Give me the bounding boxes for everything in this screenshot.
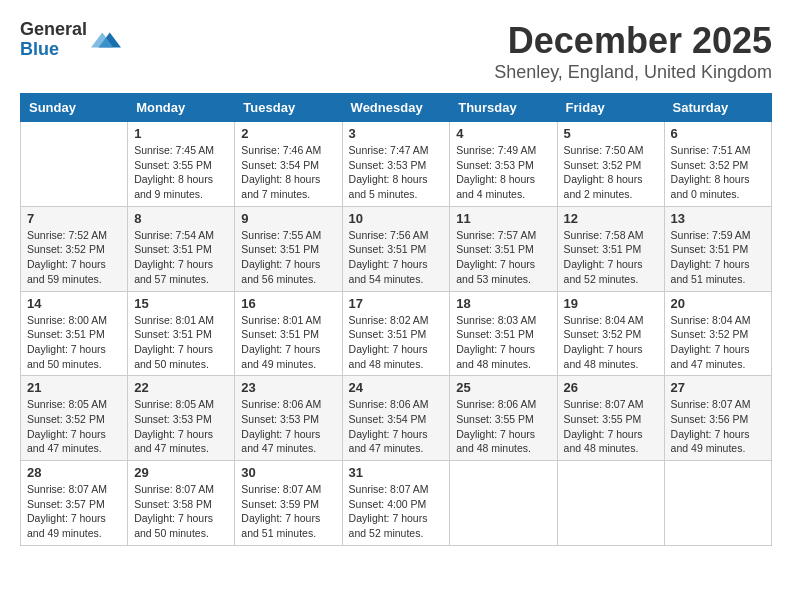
day-info: Sunrise: 7:57 AM Sunset: 3:51 PM Dayligh… (456, 228, 550, 287)
day-info: Sunrise: 8:03 AM Sunset: 3:51 PM Dayligh… (456, 313, 550, 372)
calendar-cell: 30Sunrise: 8:07 AM Sunset: 3:59 PM Dayli… (235, 461, 342, 546)
day-info: Sunrise: 8:06 AM Sunset: 3:55 PM Dayligh… (456, 397, 550, 456)
calendar-cell: 3Sunrise: 7:47 AM Sunset: 3:53 PM Daylig… (342, 122, 450, 207)
day-number: 14 (27, 296, 121, 311)
calendar-cell: 24Sunrise: 8:06 AM Sunset: 3:54 PM Dayli… (342, 376, 450, 461)
day-number: 18 (456, 296, 550, 311)
column-header-wednesday: Wednesday (342, 94, 450, 122)
page-header: General Blue December 2025 Shenley, Engl… (20, 20, 772, 83)
calendar-week-row: 14Sunrise: 8:00 AM Sunset: 3:51 PM Dayli… (21, 291, 772, 376)
column-header-thursday: Thursday (450, 94, 557, 122)
title-section: December 2025 Shenley, England, United K… (494, 20, 772, 83)
calendar-cell: 1Sunrise: 7:45 AM Sunset: 3:55 PM Daylig… (128, 122, 235, 207)
day-info: Sunrise: 7:46 AM Sunset: 3:54 PM Dayligh… (241, 143, 335, 202)
day-info: Sunrise: 8:07 AM Sunset: 3:58 PM Dayligh… (134, 482, 228, 541)
day-info: Sunrise: 8:07 AM Sunset: 3:59 PM Dayligh… (241, 482, 335, 541)
calendar-week-row: 21Sunrise: 8:05 AM Sunset: 3:52 PM Dayli… (21, 376, 772, 461)
day-number: 10 (349, 211, 444, 226)
day-info: Sunrise: 8:06 AM Sunset: 3:54 PM Dayligh… (349, 397, 444, 456)
day-number: 24 (349, 380, 444, 395)
day-number: 26 (564, 380, 658, 395)
calendar-cell: 25Sunrise: 8:06 AM Sunset: 3:55 PM Dayli… (450, 376, 557, 461)
calendar-week-row: 7Sunrise: 7:52 AM Sunset: 3:52 PM Daylig… (21, 206, 772, 291)
column-header-friday: Friday (557, 94, 664, 122)
calendar-cell (450, 461, 557, 546)
day-number: 21 (27, 380, 121, 395)
day-info: Sunrise: 8:05 AM Sunset: 3:52 PM Dayligh… (27, 397, 121, 456)
day-info: Sunrise: 7:58 AM Sunset: 3:51 PM Dayligh… (564, 228, 658, 287)
day-number: 16 (241, 296, 335, 311)
calendar-cell: 10Sunrise: 7:56 AM Sunset: 3:51 PM Dayli… (342, 206, 450, 291)
day-number: 22 (134, 380, 228, 395)
calendar-cell: 13Sunrise: 7:59 AM Sunset: 3:51 PM Dayli… (664, 206, 771, 291)
logo-blue: Blue (20, 40, 87, 60)
logo-text: General Blue (20, 20, 87, 60)
calendar-cell: 26Sunrise: 8:07 AM Sunset: 3:55 PM Dayli… (557, 376, 664, 461)
day-number: 25 (456, 380, 550, 395)
calendar-cell: 2Sunrise: 7:46 AM Sunset: 3:54 PM Daylig… (235, 122, 342, 207)
calendar-cell: 5Sunrise: 7:50 AM Sunset: 3:52 PM Daylig… (557, 122, 664, 207)
day-info: Sunrise: 7:52 AM Sunset: 3:52 PM Dayligh… (27, 228, 121, 287)
day-info: Sunrise: 8:07 AM Sunset: 3:55 PM Dayligh… (564, 397, 658, 456)
calendar-cell: 6Sunrise: 7:51 AM Sunset: 3:52 PM Daylig… (664, 122, 771, 207)
calendar-header-row: SundayMondayTuesdayWednesdayThursdayFrid… (21, 94, 772, 122)
logo: General Blue (20, 20, 121, 60)
day-number: 28 (27, 465, 121, 480)
calendar-cell: 7Sunrise: 7:52 AM Sunset: 3:52 PM Daylig… (21, 206, 128, 291)
day-number: 13 (671, 211, 765, 226)
calendar-cell: 23Sunrise: 8:06 AM Sunset: 3:53 PM Dayli… (235, 376, 342, 461)
day-number: 15 (134, 296, 228, 311)
calendar-cell: 12Sunrise: 7:58 AM Sunset: 3:51 PM Dayli… (557, 206, 664, 291)
day-info: Sunrise: 7:45 AM Sunset: 3:55 PM Dayligh… (134, 143, 228, 202)
calendar-cell: 21Sunrise: 8:05 AM Sunset: 3:52 PM Dayli… (21, 376, 128, 461)
column-header-saturday: Saturday (664, 94, 771, 122)
calendar-cell: 9Sunrise: 7:55 AM Sunset: 3:51 PM Daylig… (235, 206, 342, 291)
day-number: 5 (564, 126, 658, 141)
calendar-table: SundayMondayTuesdayWednesdayThursdayFrid… (20, 93, 772, 546)
calendar-cell (557, 461, 664, 546)
calendar-cell: 4Sunrise: 7:49 AM Sunset: 3:53 PM Daylig… (450, 122, 557, 207)
logo-general: General (20, 20, 87, 40)
column-header-sunday: Sunday (21, 94, 128, 122)
day-info: Sunrise: 8:06 AM Sunset: 3:53 PM Dayligh… (241, 397, 335, 456)
day-number: 9 (241, 211, 335, 226)
calendar-cell: 27Sunrise: 8:07 AM Sunset: 3:56 PM Dayli… (664, 376, 771, 461)
day-info: Sunrise: 7:56 AM Sunset: 3:51 PM Dayligh… (349, 228, 444, 287)
calendar-cell: 31Sunrise: 8:07 AM Sunset: 4:00 PM Dayli… (342, 461, 450, 546)
calendar-cell: 14Sunrise: 8:00 AM Sunset: 3:51 PM Dayli… (21, 291, 128, 376)
day-info: Sunrise: 8:01 AM Sunset: 3:51 PM Dayligh… (241, 313, 335, 372)
day-info: Sunrise: 8:02 AM Sunset: 3:51 PM Dayligh… (349, 313, 444, 372)
calendar-cell: 8Sunrise: 7:54 AM Sunset: 3:51 PM Daylig… (128, 206, 235, 291)
calendar-cell: 16Sunrise: 8:01 AM Sunset: 3:51 PM Dayli… (235, 291, 342, 376)
day-number: 11 (456, 211, 550, 226)
day-info: Sunrise: 8:07 AM Sunset: 4:00 PM Dayligh… (349, 482, 444, 541)
calendar-cell: 29Sunrise: 8:07 AM Sunset: 3:58 PM Dayli… (128, 461, 235, 546)
day-info: Sunrise: 7:49 AM Sunset: 3:53 PM Dayligh… (456, 143, 550, 202)
day-number: 7 (27, 211, 121, 226)
calendar-cell: 18Sunrise: 8:03 AM Sunset: 3:51 PM Dayli… (450, 291, 557, 376)
calendar-cell: 28Sunrise: 8:07 AM Sunset: 3:57 PM Dayli… (21, 461, 128, 546)
logo-icon (91, 25, 121, 55)
day-number: 12 (564, 211, 658, 226)
day-number: 23 (241, 380, 335, 395)
day-info: Sunrise: 7:55 AM Sunset: 3:51 PM Dayligh… (241, 228, 335, 287)
calendar-cell: 19Sunrise: 8:04 AM Sunset: 3:52 PM Dayli… (557, 291, 664, 376)
day-number: 29 (134, 465, 228, 480)
calendar-cell (21, 122, 128, 207)
day-number: 6 (671, 126, 765, 141)
day-number: 27 (671, 380, 765, 395)
calendar-cell: 22Sunrise: 8:05 AM Sunset: 3:53 PM Dayli… (128, 376, 235, 461)
day-info: Sunrise: 7:59 AM Sunset: 3:51 PM Dayligh… (671, 228, 765, 287)
day-info: Sunrise: 7:47 AM Sunset: 3:53 PM Dayligh… (349, 143, 444, 202)
day-number: 3 (349, 126, 444, 141)
day-info: Sunrise: 7:50 AM Sunset: 3:52 PM Dayligh… (564, 143, 658, 202)
day-info: Sunrise: 8:05 AM Sunset: 3:53 PM Dayligh… (134, 397, 228, 456)
column-header-monday: Monday (128, 94, 235, 122)
day-number: 17 (349, 296, 444, 311)
column-header-tuesday: Tuesday (235, 94, 342, 122)
day-number: 20 (671, 296, 765, 311)
calendar-cell: 11Sunrise: 7:57 AM Sunset: 3:51 PM Dayli… (450, 206, 557, 291)
day-info: Sunrise: 8:00 AM Sunset: 3:51 PM Dayligh… (27, 313, 121, 372)
calendar-week-row: 1Sunrise: 7:45 AM Sunset: 3:55 PM Daylig… (21, 122, 772, 207)
day-number: 1 (134, 126, 228, 141)
